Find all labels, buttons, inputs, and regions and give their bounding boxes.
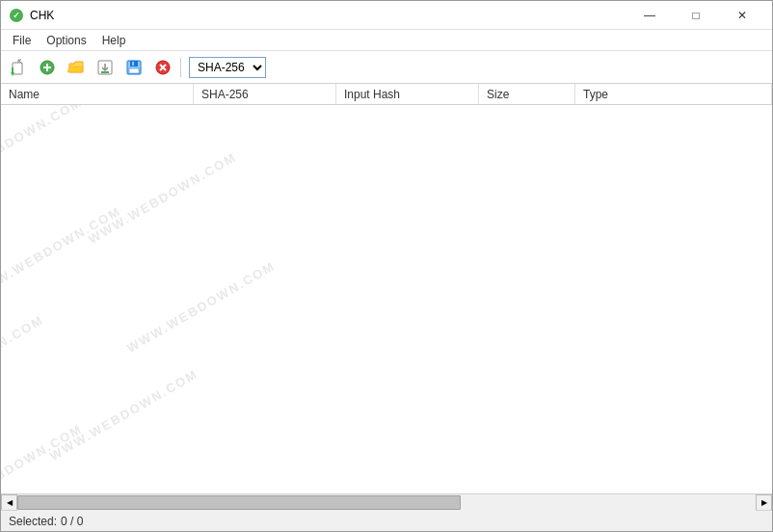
scroll-left-button[interactable]: ◀ (1, 494, 17, 511)
minimize-button[interactable]: — (627, 1, 672, 30)
open-button[interactable] (63, 55, 90, 80)
add-file-button[interactable] (5, 55, 32, 80)
scroll-thumb[interactable] (17, 495, 461, 510)
title-bar: CHK — □ ✕ (1, 1, 772, 30)
menu-file[interactable]: File (5, 32, 39, 49)
status-value: 0 / 0 (61, 515, 83, 528)
watermark: WWW.WEBDOWN.COM WWW.WEBDOWN.COM WWW.WEBD… (1, 105, 772, 493)
content-area: WWW.WEBDOWN.COM WWW.WEBDOWN.COM WWW.WEBD… (1, 105, 772, 493)
col-header-type: Type (575, 84, 772, 104)
algorithm-dropdown-wrapper: SHA-256MD5SHA-1SHA-512 (189, 57, 266, 78)
scroll-track[interactable] (17, 494, 756, 511)
menu-help[interactable]: Help (94, 32, 134, 49)
import-button[interactable] (92, 55, 119, 80)
svg-rect-13 (132, 62, 134, 66)
table-header: Name SHA-256 Input Hash Size Type (1, 84, 772, 105)
app-icon (9, 8, 24, 23)
app-checkmark-icon (10, 9, 23, 22)
toolbar-separator (180, 58, 181, 77)
add-green-icon (39, 59, 56, 76)
horizontal-scrollbar[interactable]: ◀ ▶ (1, 493, 772, 510)
status-bar: Selected: 0 / 0 (1, 510, 772, 531)
add-file-icon (10, 59, 27, 76)
maximize-button[interactable]: □ (674, 1, 718, 30)
remove-icon (154, 59, 172, 76)
menu-options[interactable]: Options (39, 32, 93, 49)
col-header-size: Size (479, 84, 575, 104)
open-folder-icon (67, 59, 85, 76)
svg-rect-12 (129, 68, 139, 73)
save-button[interactable] (120, 55, 147, 80)
col-header-sha256: SHA-256 (194, 84, 336, 104)
close-button[interactable]: ✕ (720, 1, 764, 30)
main-window: CHK — □ ✕ File Options Help (0, 0, 773, 532)
scroll-right-button[interactable]: ▶ (756, 494, 772, 511)
status-label: Selected: (9, 515, 57, 528)
save-icon (125, 59, 143, 76)
import-icon (96, 59, 114, 76)
window-title: CHK (30, 9, 627, 22)
toolbar: SHA-256MD5SHA-1SHA-512 (1, 51, 772, 84)
algorithm-select[interactable]: SHA-256MD5SHA-1SHA-512 (189, 57, 266, 78)
remove-button[interactable] (149, 55, 176, 80)
col-header-input-hash: Input Hash (336, 84, 479, 104)
title-controls: — □ ✕ (627, 1, 764, 30)
add-green-button[interactable] (34, 55, 61, 80)
menubar: File Options Help (1, 30, 772, 51)
col-header-name: Name (1, 84, 194, 104)
